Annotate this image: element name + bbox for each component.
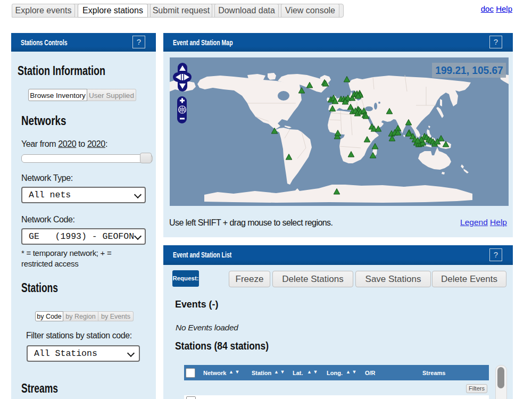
svg-text:199.21, 105.67: 199.21, 105.67 <box>435 64 503 76</box>
